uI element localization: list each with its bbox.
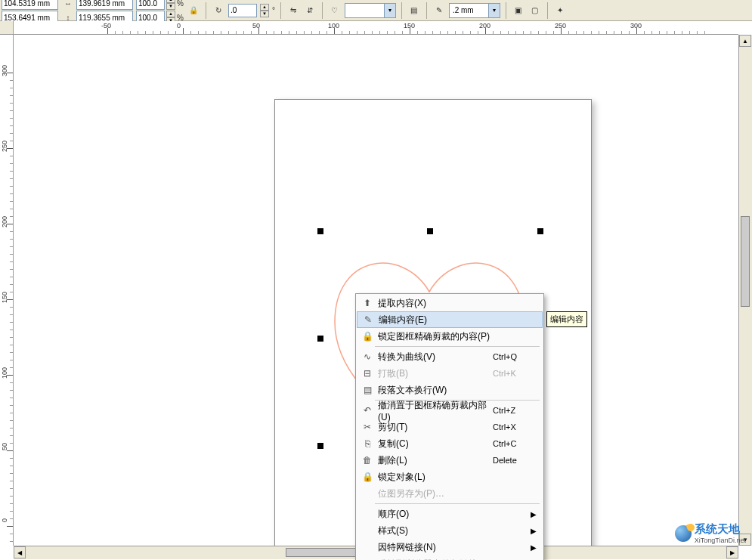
scale-x-input[interactable] — [136, 0, 165, 10]
menu-label: 位图另存为(P)… — [375, 487, 493, 500]
submenu-arrow-icon: ▶ — [531, 543, 540, 552]
menu-shortcut: Ctrl+K — [493, 369, 531, 378]
vertical-ruler[interactable]: 300250200150100500 — [0, 35, 14, 546]
menu-lock-powerclip[interactable]: 🔒 锁定图框精确剪裁的内容(P) — [357, 328, 543, 345]
mirror-h-icon[interactable]: ⇋ — [286, 4, 300, 17]
menu-convert-to-curves[interactable]: ∿ 转换为曲线(V) Ctrl+Q — [357, 348, 543, 365]
watermark-cn: 系统天地 — [695, 523, 740, 535]
menu-break-apart: ⊟ 打散(B) Ctrl+K — [357, 365, 543, 382]
menu-edit-contents[interactable]: ✎ 编辑内容(E) — [357, 311, 543, 328]
separator — [401, 2, 402, 19]
menu-jump-hyperlink: 跳转到浏览器中的超链接(J) — [357, 555, 543, 560]
menu-label: 打散(B) — [375, 367, 493, 380]
menu-label: 编辑内容(E) — [376, 314, 492, 326]
ruler-origin[interactable] — [0, 21, 14, 35]
menu-shortcut: Ctrl+C — [493, 439, 531, 448]
menu-label: 段落文本换行(W) — [375, 384, 493, 397]
break-icon: ⊟ — [360, 366, 375, 381]
delete-icon: 🗑 — [360, 453, 375, 468]
extract-icon: ⬆ — [360, 295, 375, 311]
cut-icon: ✂ — [360, 419, 375, 435]
lock-obj-icon: 🔒 — [360, 469, 375, 484]
menu-label: 转换为曲线(V) — [375, 351, 493, 364]
menu-label: 顺序(O) — [375, 508, 493, 521]
edit-icon: ✎ — [361, 312, 376, 327]
curves-icon: ∿ — [360, 349, 375, 364]
sel-handle-bl[interactable] — [317, 443, 323, 449]
menu-order[interactable]: 顺序(O) ▶ — [357, 506, 543, 522]
menu-label: 复制(C) — [375, 438, 493, 450]
to-front-icon[interactable]: ▣ — [512, 4, 525, 17]
to-back-icon[interactable]: ▢ — [528, 4, 542, 17]
menu-bitmap-save-as: 位图另存为(P)… — [357, 485, 543, 502]
menu-wrap-paragraph[interactable]: ▤ 段落文本换行(W) — [357, 382, 543, 398]
outline-width-dropdown[interactable]: .2 mm▾ — [449, 3, 500, 18]
watermark-en: XiTongTianDi.net — [695, 537, 746, 544]
width-icon: ↔ — [61, 0, 75, 10]
menu-lock-object[interactable]: 🔒 锁定对象(L) — [357, 469, 543, 485]
menu-label: 锁定对象(L) — [375, 471, 493, 484]
rotation-spinner[interactable]: ▲▼ — [260, 4, 269, 17]
wrap-text-icon[interactable]: ▤ — [407, 4, 421, 17]
separator — [426, 2, 427, 19]
lock-ratio-icon[interactable]: 🔒 — [187, 4, 200, 17]
percent-label: % — [177, 0, 184, 8]
copy-icon: ⎘ — [360, 436, 375, 451]
tooltip: 编辑内容 — [546, 311, 587, 327]
x-position-input[interactable] — [2, 0, 58, 10]
menu-label: 因特网链接(N) — [375, 541, 493, 554]
sel-handle-tc[interactable] — [427, 228, 433, 234]
rotate-icon: ↻ — [212, 4, 225, 17]
scale-x-spinner[interactable]: ▲▼ — [166, 0, 175, 10]
workspace: -50050100150200250300 300250200150100500… — [0, 21, 752, 559]
menu-label: 跳转到浏览器中的超链接(J) — [375, 558, 493, 561]
outline-pen-icon[interactable]: ✎ — [432, 4, 446, 17]
heart-shape-icon[interactable]: ♡ — [328, 4, 342, 17]
bitmap-icon — [360, 486, 375, 501]
menu-label: 提取内容(X) — [375, 297, 493, 310]
separator — [547, 2, 548, 19]
menu-cut[interactable]: ✂ 剪切(T) Ctrl+X — [357, 419, 543, 435]
context-menu: ⬆ 提取内容(X) ✎ 编辑内容(E) 🔒 锁定图框精确剪裁的内容(P) ∿ 转… — [355, 293, 544, 560]
horizontal-ruler[interactable]: -50050100150200250300 — [14, 21, 738, 35]
menu-shortcut: Ctrl+Q — [493, 352, 531, 361]
rotation-input[interactable] — [228, 4, 257, 17]
menu-shortcut: Ctrl+Z — [493, 406, 531, 415]
submenu-arrow-icon: ▶ — [531, 510, 540, 518]
menu-label: 删除(L) — [375, 454, 493, 467]
width-input[interactable] — [76, 0, 133, 10]
menu-internet-links[interactable]: 因特网链接(N) ▶ — [357, 539, 543, 555]
menu-shortcut: Delete — [493, 456, 531, 465]
scroll-right-button[interactable]: ▶ — [726, 546, 738, 558]
menu-label: 锁定图框精确剪裁的内容(P) — [375, 330, 493, 343]
watermark: 系统天地 XiTongTianDi.net — [675, 522, 746, 544]
lock-clip-icon: 🔒 — [360, 329, 375, 344]
shape-dropdown[interactable]: ▾ — [345, 3, 396, 18]
separator — [506, 2, 506, 19]
convert-curves-icon[interactable]: ✦ — [553, 4, 567, 17]
property-bar: ↔ ↕ ▲▼ % ▲▼ % 🔒 ↻ ▲▼ ° ⇋ ⇵ ♡ ▾ ▤ ✎ .2 mm… — [0, 0, 752, 21]
menu-extract-contents[interactable]: ⬆ 提取内容(X) — [357, 295, 543, 311]
menu-undo[interactable]: ↶ 撤消置于图框精确剪裁内部(U) Ctrl+Z — [357, 402, 543, 419]
mirror-v-icon[interactable]: ⇵ — [303, 4, 317, 17]
menu-copy[interactable]: ⎘ 复制(C) Ctrl+C — [357, 435, 543, 452]
submenu-arrow-icon: ▶ — [531, 527, 540, 535]
vscroll-thumb[interactable] — [741, 216, 750, 307]
menu-shortcut: Ctrl+X — [493, 422, 531, 432]
sel-handle-tr[interactable] — [537, 228, 543, 234]
scroll-left-button[interactable]: ◀ — [14, 546, 26, 558]
separator — [280, 2, 281, 19]
menu-label: 撤消置于图框精确剪裁内部(U) — [375, 399, 493, 422]
menu-label: 样式(S) — [375, 524, 493, 537]
sel-handle-tl[interactable] — [317, 228, 323, 234]
scroll-up-button[interactable]: ▲ — [739, 35, 751, 47]
sel-handle-ml[interactable] — [317, 336, 323, 342]
vertical-scrollbar[interactable]: ▲ ▼ — [738, 35, 752, 546]
undo-icon: ↶ — [360, 403, 375, 418]
menu-delete[interactable]: 🗑 删除(L) Delete — [357, 452, 543, 469]
menu-separator — [375, 503, 540, 504]
separator — [206, 2, 206, 19]
percent-label-2: % — [177, 14, 184, 22]
menu-style[interactable]: 样式(S) ▶ — [357, 522, 543, 539]
separator — [322, 2, 323, 19]
